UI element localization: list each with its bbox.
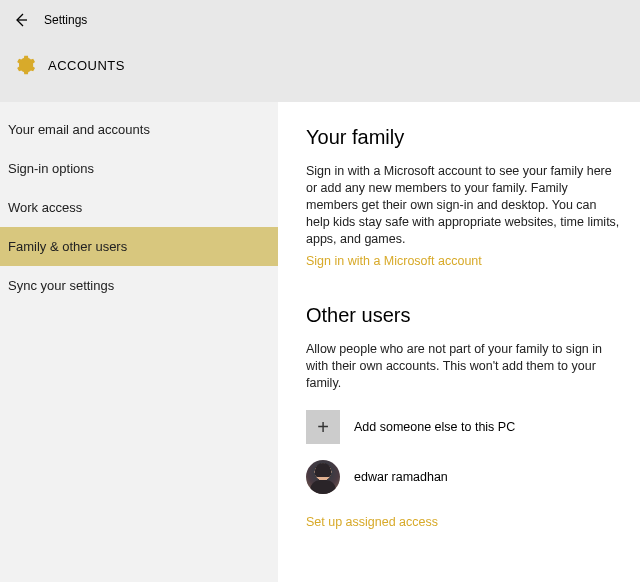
header-top: Settings <box>12 8 628 32</box>
sidebar-item-label: Sync your settings <box>8 278 114 293</box>
add-user-button[interactable]: + Add someone else to this PC <box>306 410 620 444</box>
back-button[interactable] <box>12 11 30 29</box>
avatar <box>306 460 340 494</box>
main-content: Your family Sign in with a Microsoft acc… <box>278 102 640 582</box>
add-user-label: Add someone else to this PC <box>354 420 515 434</box>
sidebar-item-signin-options[interactable]: Sign-in options <box>0 149 278 188</box>
back-arrow-icon <box>13 12 29 28</box>
signin-microsoft-link[interactable]: Sign in with a Microsoft account <box>306 254 482 268</box>
gear-icon <box>14 54 36 76</box>
sidebar-item-sync-settings[interactable]: Sync your settings <box>0 266 278 305</box>
sidebar-item-family-other-users[interactable]: Family & other users <box>0 227 278 266</box>
sidebar-item-label: Sign-in options <box>8 161 94 176</box>
header-bar: Settings ACCOUNTS <box>0 0 640 102</box>
family-heading: Your family <box>306 126 620 149</box>
sidebar-item-label: Your email and accounts <box>8 122 150 137</box>
window-title: Settings <box>44 13 87 27</box>
sidebar-item-email-accounts[interactable]: Your email and accounts <box>0 110 278 149</box>
sidebar-item-work-access[interactable]: Work access <box>0 188 278 227</box>
assigned-access-link[interactable]: Set up assigned access <box>306 515 438 529</box>
sidebar-item-label: Family & other users <box>8 239 127 254</box>
plus-icon: + <box>306 410 340 444</box>
user-name: edwar ramadhan <box>354 470 448 484</box>
header-main: ACCOUNTS <box>12 32 628 76</box>
sidebar-item-label: Work access <box>8 200 82 215</box>
body: Your email and accounts Sign-in options … <box>0 102 640 582</box>
user-row[interactable]: edwar ramadhan <box>306 460 620 494</box>
other-users-description: Allow people who are not part of your fa… <box>306 341 620 392</box>
sidebar: Your email and accounts Sign-in options … <box>0 102 278 582</box>
page-title: ACCOUNTS <box>48 58 125 73</box>
other-users-heading: Other users <box>306 304 620 327</box>
family-description: Sign in with a Microsoft account to see … <box>306 163 620 247</box>
